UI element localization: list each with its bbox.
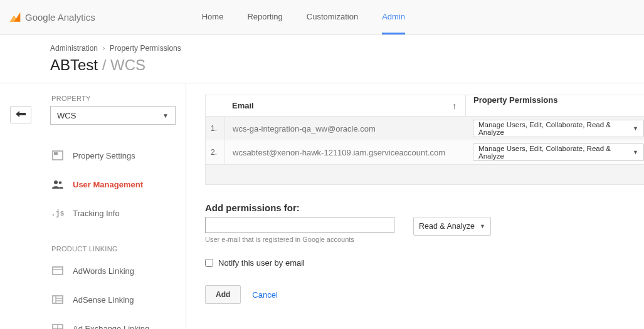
breadcrumb-administration[interactable]: Administration [50, 44, 98, 53]
permissions-table: Email ↑ Property Permissions 1. wcs-ga-i… [205, 95, 644, 185]
sidebar-item-label: AdSense Linking [73, 295, 134, 305]
row-number: 2. [206, 148, 224, 157]
breadcrumb-separator: › [102, 44, 105, 53]
row-email: wcs-ga-integration-qa_ww@oracle.com [224, 117, 465, 140]
row-email: wcsabtest@xenon-hawk-121109.iam.gservice… [224, 140, 465, 164]
table-header: Email ↑ Property Permissions [206, 95, 644, 117]
breadcrumb-current: Property Permissions [110, 44, 181, 53]
add-permissions-heading: Add permissions for: [205, 202, 644, 213]
svg-rect-1 [54, 152, 58, 155]
adexchange-icon [51, 324, 64, 329]
sidebar-item-label: Tracking Info [73, 209, 120, 218]
nav-admin[interactable]: Admin [382, 12, 405, 34]
add-permissions-select[interactable]: Read & Analyze ▼ [413, 217, 491, 236]
brand-text: Google Analytics [25, 12, 95, 23]
property-label: PROPERTY [50, 95, 186, 102]
property-select[interactable]: WCS ▼ [50, 106, 176, 125]
permissions-select[interactable]: Manage Users, Edit, Collaborate, Read & … [473, 144, 644, 161]
sort-asc-icon: ↑ [452, 101, 457, 111]
table-row: 1. wcs-ga-integration-qa_ww@oracle.com M… [206, 117, 644, 140]
nav-home[interactable]: Home [202, 12, 224, 34]
svg-rect-6 [53, 296, 63, 303]
add-email-input[interactable] [205, 217, 394, 233]
sidebar-item-label: Property Settings [73, 151, 135, 160]
brand-logo: Google Analytics [9, 11, 95, 24]
caret-down-icon: ▼ [633, 149, 638, 155]
email-hint: User e-mail that is registered in Google… [205, 236, 394, 243]
product-linking-label: PRODUCT LINKING [50, 245, 186, 253]
sidebar-item-property-settings[interactable]: Property Settings [50, 141, 186, 170]
analytics-logo-icon [9, 11, 21, 24]
users-icon [51, 180, 64, 189]
sidebar-item-label: Ad Exchange Linking [73, 324, 149, 330]
sidebar-item-adsense-linking[interactable]: AdSense Linking [50, 285, 186, 314]
page-header: Administration › Property Permissions AB… [0, 35, 644, 83]
add-button[interactable]: Add [205, 285, 241, 304]
caret-down-icon: ▼ [480, 223, 485, 229]
caret-down-icon: ▼ [633, 125, 638, 132]
adsense-icon [51, 295, 64, 304]
page-title: ABTest / WCS [50, 56, 644, 74]
notify-label: Notify this user by email [218, 258, 305, 268]
col-header-permissions[interactable]: Property Permissions [465, 95, 644, 116]
caret-down-icon: ▼ [162, 112, 169, 119]
adwords-icon [51, 266, 64, 275]
table-footer [206, 164, 644, 184]
notify-checkbox[interactable] [205, 259, 213, 267]
permissions-select-value: Manage Users, Edit, Collaborate, Read & … [478, 145, 628, 160]
sidebar-item-adwords-linking[interactable]: AdWords Linking [50, 256, 186, 285]
row-number: 1. [206, 124, 224, 133]
property-sidebar: PROPERTY WCS ▼ Property Settings User Ma… [31, 83, 186, 329]
nav-reporting[interactable]: Reporting [247, 12, 282, 34]
cancel-link[interactable]: Cancel [252, 290, 277, 300]
svg-point-3 [59, 181, 62, 184]
main-content: Email ↑ Property Permissions 1. wcs-ga-i… [186, 83, 644, 329]
sidebar-item-user-management[interactable]: User Management [50, 170, 186, 199]
add-permissions-section: Add permissions for: User e-mail that is… [205, 202, 644, 304]
svg-rect-4 [53, 267, 63, 274]
add-permissions-value: Read & Analyze [419, 222, 475, 231]
property-select-value: WCS [57, 111, 76, 120]
sidebar-item-tracking-info[interactable]: .js Tracking Info [50, 199, 186, 227]
back-button[interactable] [10, 106, 31, 123]
title-sub: WCS [110, 56, 145, 73]
back-arrow-icon [16, 110, 26, 120]
top-nav: Home Reporting Customization Admin [202, 12, 405, 23]
settings-card-icon [51, 150, 64, 160]
svg-point-2 [54, 180, 58, 184]
permissions-select-value: Manage Users, Edit, Collaborate, Read & … [478, 121, 628, 136]
breadcrumb: Administration › Property Permissions [50, 44, 644, 53]
sidebar-item-label: AdWords Linking [73, 266, 134, 276]
permissions-select[interactable]: Manage Users, Edit, Collaborate, Read & … [473, 120, 644, 137]
title-main: ABTest [50, 56, 98, 73]
sidebar-item-label: User Management [73, 180, 143, 189]
js-icon: .js [51, 209, 64, 217]
sidebar-item-adexchange-linking[interactable]: Ad Exchange Linking [50, 314, 186, 329]
col-header-email[interactable]: Email ↑ [224, 101, 465, 110]
table-row: 2. wcsabtest@xenon-hawk-121109.iam.gserv… [206, 140, 644, 164]
top-bar: Google Analytics Home Reporting Customiz… [0, 0, 644, 35]
nav-customization[interactable]: Customization [307, 12, 358, 34]
